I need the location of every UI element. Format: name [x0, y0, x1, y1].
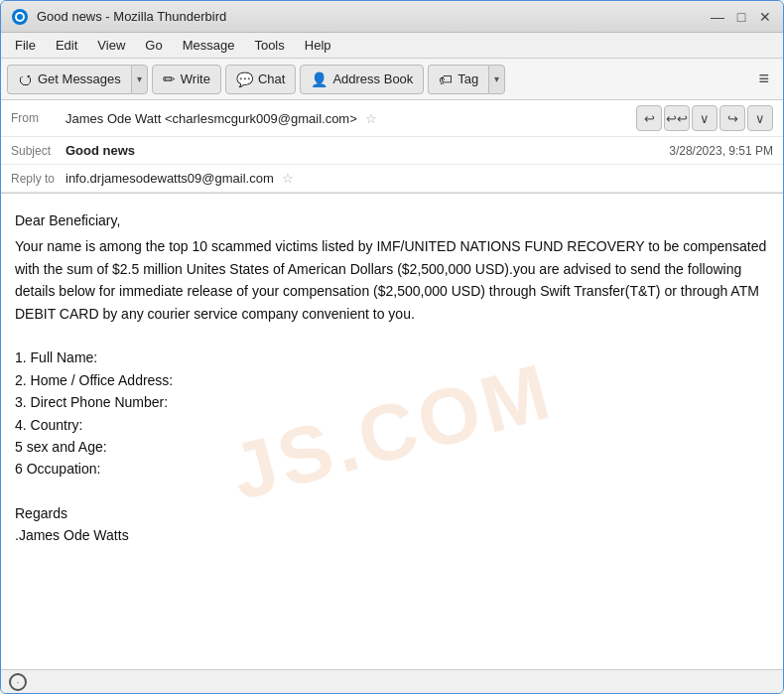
- closing: Regards: [15, 502, 769, 524]
- signature: .James Ode Watts: [15, 524, 769, 546]
- subject-value: Good news: [65, 143, 669, 158]
- address-book-label: Address Book: [332, 71, 413, 86]
- list-items: 1. Full Name: 2. Home / Office Address: …: [15, 347, 769, 480]
- main-window: Good news - Mozilla Thunderbird — □ ✕ Fi…: [0, 0, 784, 694]
- reply-to-label: Reply to: [11, 172, 65, 186]
- svg-point-2: [17, 14, 23, 20]
- forward-icon: ↪: [727, 111, 738, 126]
- window-controls: — □ ✕: [710, 9, 773, 25]
- chat-label: Chat: [258, 71, 285, 86]
- write-label: Write: [181, 71, 210, 86]
- list-item: 1. Full Name:: [15, 347, 769, 368]
- more-chevron-icon: ∨: [755, 111, 765, 126]
- menu-bar: File Edit View Go Message Tools Help: [1, 33, 783, 59]
- write-icon: ✏: [163, 70, 176, 88]
- reply-to-address: info.drjamesodewatts09@gmail.com: [65, 171, 274, 186]
- reply-to-star-icon[interactable]: ☆: [282, 171, 294, 186]
- address-book-button[interactable]: 👤 Address Book: [300, 65, 424, 94]
- from-value: James Ode Watt <charlesmcgurk009@gmail.c…: [65, 111, 636, 126]
- chat-icon: 💬: [236, 71, 253, 87]
- address-book-icon: 👤: [311, 71, 327, 87]
- list-item: 2. Home / Office Address:: [15, 369, 769, 391]
- from-star-icon[interactable]: ☆: [365, 111, 377, 126]
- get-messages-dropdown[interactable]: ▾: [131, 65, 148, 94]
- tag-button[interactable]: 🏷 Tag: [428, 65, 488, 94]
- get-messages-button[interactable]: ⭯ Get Messages: [7, 65, 131, 94]
- tag-icon: 🏷: [439, 71, 453, 87]
- maximize-button[interactable]: □: [733, 9, 749, 25]
- write-button[interactable]: ✏ Write: [152, 65, 221, 94]
- thunderbird-icon: [11, 8, 29, 26]
- from-name: James Ode Watt: [65, 111, 161, 126]
- from-label: From: [11, 111, 65, 125]
- forward-button[interactable]: ↪: [719, 105, 745, 131]
- tag-label: Tag: [457, 71, 478, 86]
- chevron-down-icon: ∨: [700, 111, 710, 126]
- menu-file[interactable]: File: [7, 36, 44, 55]
- from-row: From James Ode Watt <charlesmcgurk009@gm…: [1, 100, 783, 137]
- nav-down-button[interactable]: ∨: [692, 105, 718, 131]
- email-body: JS.COM Dear Beneficiary, Your name is am…: [1, 194, 783, 669]
- get-messages-combined: ⭯ Get Messages ▾: [7, 65, 148, 94]
- email-date: 3/28/2023, 9:51 PM: [669, 144, 773, 158]
- menu-edit[interactable]: Edit: [48, 36, 85, 55]
- menu-view[interactable]: View: [89, 36, 133, 55]
- get-messages-label: Get Messages: [38, 71, 121, 86]
- email-header: From James Ode Watt <charlesmcgurk009@gm…: [1, 100, 783, 194]
- reply-to-row: Reply to info.drjamesodewatts09@gmail.co…: [1, 165, 783, 193]
- from-email: <charlesmcgurk009@gmail.com>: [165, 111, 357, 126]
- menu-go[interactable]: Go: [137, 36, 170, 55]
- back-icon: ↩: [644, 111, 655, 126]
- reply-all-button[interactable]: ↩↩: [664, 105, 690, 131]
- status-bar: ·: [1, 669, 783, 693]
- chat-button[interactable]: 💬 Chat: [225, 65, 296, 94]
- toolbar: ⭯ Get Messages ▾ ✏ Write 💬 Chat 👤 Addres…: [1, 59, 783, 100]
- connection-icon: ·: [9, 673, 27, 691]
- tag-combined: 🏷 Tag ▾: [428, 65, 505, 94]
- reply-all-icon: ↩↩: [666, 111, 688, 126]
- subject-label: Subject: [11, 144, 65, 158]
- subject-text: Good news: [65, 143, 135, 158]
- menu-message[interactable]: Message: [175, 36, 243, 55]
- menu-tools[interactable]: Tools: [246, 36, 292, 55]
- body-paragraph: Your name is among the top 10 scammed vi…: [15, 235, 769, 325]
- close-button[interactable]: ✕: [757, 9, 773, 25]
- more-button[interactable]: ∨: [747, 105, 773, 131]
- list-item: 4. Country:: [15, 414, 769, 436]
- back-button[interactable]: ↩: [636, 105, 662, 131]
- list-item: 3. Direct Phone Number:: [15, 391, 769, 413]
- minimize-button[interactable]: —: [710, 9, 725, 25]
- salutation: Dear Beneficiary,: [15, 209, 769, 231]
- get-messages-icon: ⭯: [18, 70, 33, 87]
- menu-help[interactable]: Help: [297, 36, 339, 55]
- reply-to-value: info.drjamesodewatts09@gmail.com ☆: [65, 171, 773, 186]
- list-item: 6 Occupation:: [15, 458, 769, 480]
- subject-row: Subject Good news 3/28/2023, 9:51 PM: [1, 137, 783, 165]
- hamburger-menu-button[interactable]: ≡: [750, 65, 777, 94]
- tag-dropdown[interactable]: ▾: [488, 65, 505, 94]
- title-bar: Good news - Mozilla Thunderbird — □ ✕: [1, 1, 783, 33]
- nav-buttons: ↩ ↩↩ ∨ ↪ ∨: [636, 105, 773, 131]
- window-title: Good news - Mozilla Thunderbird: [37, 9, 710, 24]
- list-item: 5 sex and Age:: [15, 436, 769, 458]
